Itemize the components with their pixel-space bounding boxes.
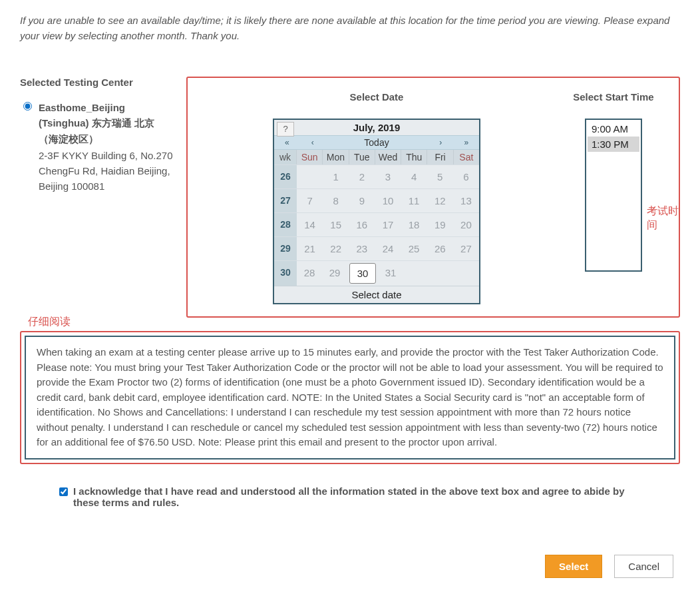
calendar-wk-header: wk [274,150,297,164]
start-time-list: 9:00 AM1:30 PM [585,119,642,272]
calendar-day-30[interactable]: 30 [349,263,376,284]
start-time-option[interactable]: 9:00 AM [588,121,639,137]
calendar-day-12[interactable]: 12 [427,189,453,212]
calendar-day-22[interactable]: 22 [323,237,349,260]
start-time-option[interactable]: 1:30 PM [588,137,639,152]
calendar-day-18[interactable]: 18 [401,213,427,236]
select-date-title: Select Date [200,91,554,103]
calendar-day-26[interactable]: 26 [427,237,453,260]
calendar-day-13[interactable]: 13 [453,189,479,212]
calendar-month-label: July, 2019 [274,122,479,133]
calendar-day-3[interactable]: 3 [375,165,401,188]
calendar-day-empty [454,261,479,286]
testing-center-panel: Selected Testing Center Easthome_Beijing… [20,77,186,194]
calendar-nav-next[interactable]: › [428,137,454,148]
policy-region: When taking an exam at a testing center … [20,331,680,464]
calendar-dow-sun: Sun [297,150,323,164]
annotation-exam-time: 考试时间 [647,204,679,232]
calendar-day-empty [297,165,323,188]
calendar-day-15[interactable]: 15 [323,213,349,236]
calendar-day-11[interactable]: 11 [401,189,427,212]
calendar-nav-today[interactable]: Today [325,136,428,149]
testing-center-name: Easthome_Beijing (Tsinghua) 东方瑞通 北京（海淀校区… [39,100,173,147]
calendar-week-number: 27 [274,189,297,212]
select-time-title: Select Start Time [560,91,667,103]
calendar-day-5[interactable]: 5 [427,165,453,188]
calendar-nav-prev[interactable]: ‹ [300,137,326,148]
calendar-day-1[interactable]: 1 [323,165,349,188]
calendar-help-button[interactable]: ? [277,122,294,137]
calendar-day-23[interactable]: 23 [349,237,375,260]
calendar-day-14[interactable]: 14 [297,213,323,236]
calendar-day-28[interactable]: 28 [297,261,322,286]
calendar-day-10[interactable]: 10 [375,189,401,212]
calendar-footer: Select date [274,286,479,303]
calendar-day-17[interactable]: 17 [375,213,401,236]
calendar-day-8[interactable]: 8 [323,189,349,212]
annotation-read-carefully: 仔细阅读 [28,315,71,329]
calendar-week-number: 30 [274,261,297,286]
calendar-dow-tue: Tue [349,150,375,164]
select-button[interactable]: Select [545,555,602,578]
calendar-day-31[interactable]: 31 [378,261,403,286]
calendar-day-16[interactable]: 16 [349,213,375,236]
calendar-dow-mon: Mon [323,150,349,164]
testing-center-address: 2-3F KYKY Building 6, No.270 ChengFu Rd,… [39,148,173,194]
cancel-button[interactable]: Cancel [614,555,673,578]
calendar-day-empty [403,261,429,286]
calendar-day-25[interactable]: 25 [401,237,427,260]
calendar-day-21[interactable]: 21 [297,237,323,260]
calendar-week-number: 28 [274,213,297,236]
calendar-day-empty [429,261,454,286]
calendar-day-29[interactable]: 29 [322,261,347,286]
calendar-day-7[interactable]: 7 [297,189,323,212]
acknowledge-label: I acknowledge that I have read and under… [73,485,627,508]
policy-text: When taking an exam at a testing center … [25,336,675,459]
calendar-week-number: 29 [274,237,297,260]
date-time-region: 考试时间 Select Date ? July, 2019 « ‹ Today … [186,77,680,318]
calendar-nav-last[interactable]: » [454,137,480,148]
calendar-dow-fri: Fri [427,150,453,164]
testing-center-radio[interactable] [23,102,32,111]
calendar-day-4[interactable]: 4 [401,165,427,188]
acknowledge-checkbox[interactable] [59,487,68,496]
calendar-day-19[interactable]: 19 [427,213,453,236]
calendar-week-number: 26 [274,165,297,188]
calendar-dow-thu: Thu [401,150,427,164]
calendar-day-9[interactable]: 9 [349,189,375,212]
calendar-dow-sat: Sat [454,150,479,164]
calendar-day-20[interactable]: 20 [453,213,479,236]
availability-notice: If you are unable to see an available da… [20,13,680,43]
calendar: ? July, 2019 « ‹ Today › » wk Sun Mon [273,119,480,304]
calendar-nav-first[interactable]: « [274,137,300,148]
testing-center-title: Selected Testing Center [20,77,173,88]
calendar-day-2[interactable]: 2 [349,165,375,188]
calendar-day-27[interactable]: 27 [453,237,479,260]
calendar-day-24[interactable]: 24 [375,237,401,260]
calendar-dow-row: wk Sun Mon Tue Wed Thu Fri Sat [274,150,479,164]
calendar-dow-wed: Wed [375,150,401,164]
calendar-day-6[interactable]: 6 [453,165,479,188]
